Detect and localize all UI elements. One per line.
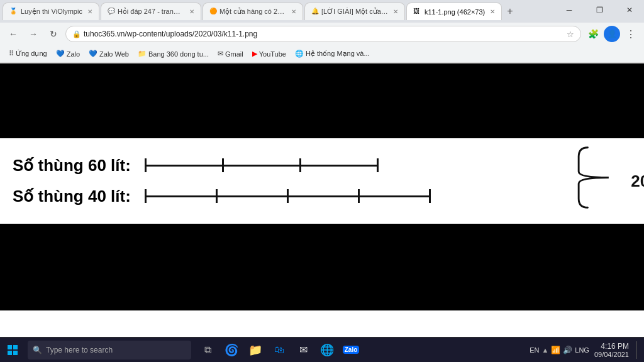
task-view-icon: ⧉ [204, 344, 211, 356]
maximize-button[interactable]: ❐ [585, 0, 614, 20]
tab-png[interactable]: 🖼 k11-1.png (462×73) ✕ [406, 3, 502, 20]
lang-indicator: EN [530, 346, 539, 354]
minimize-button[interactable]: ─ [555, 0, 584, 20]
tab-favicon-5: 🖼 [413, 8, 422, 16]
bookmark-hethong-label: Hệ thống Mạng và... [306, 50, 370, 58]
seg-60-2 [224, 165, 299, 167]
refresh-button[interactable]: ↻ [45, 26, 62, 42]
bookmark-youtube-label: YouTube [259, 50, 286, 58]
star-icon[interactable]: ☆ [567, 30, 574, 39]
tab-label-3: Một cửa hàng có 20 thùng [219, 8, 286, 16]
svg-rect-1 [13, 345, 18, 349]
tab-hoidap[interactable]: 💬 Hỏi đáp 247 - trang tra lời ✕ [101, 3, 201, 20]
zaloweb-icon: 💙 [89, 50, 97, 58]
bookmark-zalo[interactable]: 💙 Zalo [52, 48, 84, 59]
bottom-black-band [0, 224, 644, 299]
tick-60-right [377, 158, 379, 172]
brace-label: 20 th [631, 171, 644, 190]
tab-loigiai[interactable]: 🔔 [LỜI GIẢI] Một cửa hàng có ✕ [304, 3, 405, 20]
seg-60-1 [147, 165, 222, 167]
youtube-icon: ▶ [252, 50, 257, 58]
taskbar-chrome[interactable]: 🌐 [316, 337, 338, 363]
clock-time: 4:16 PM [594, 342, 629, 351]
label-40-lit: Số thùng 40 lít: [13, 187, 145, 206]
lock-icon: 🔒 [72, 30, 81, 38]
tab-viOlympic[interactable]: 🏅 Luyện thi ViOlympic ✕ [3, 3, 99, 20]
tab-close-5[interactable]: ✕ [490, 8, 495, 15]
show-desktop-button[interactable] [636, 341, 639, 359]
taskbar-search-text: Type here to search [46, 346, 113, 354]
browser-chrome: 🏅 Luyện thi ViOlympic ✕ 💬 Hỏi đáp 247 - … [0, 0, 644, 63]
gmail-icon: ✉ [218, 50, 223, 58]
bookmark-gmail[interactable]: ✉ Gmail [214, 48, 247, 59]
tab-label-1: Luyện thi ViOlympic [21, 8, 82, 16]
taskbar-zalo[interactable]: Zalo [340, 337, 362, 363]
taskbar-edge[interactable]: 🌀 [220, 337, 243, 363]
seg-40-4 [360, 195, 429, 197]
volume-icon: 🔊 [563, 346, 572, 354]
tab-close-4[interactable]: ✕ [393, 8, 398, 15]
bang360-icon: 📁 [138, 50, 147, 58]
store-icon: 🛍 [274, 344, 284, 356]
url-display[interactable]: tuhoc365.vn/wp-content/uploads/2020/03/k… [84, 30, 564, 38]
taskbar-store[interactable]: 🛍 [268, 337, 291, 363]
tab-favicon-3: 🟠 [209, 8, 217, 16]
tab-label-4: [LỜI GIẢI] Một cửa hàng có [321, 8, 388, 16]
bookmark-zaloweb-label: Zalo Web [99, 50, 129, 58]
bookmark-bang360[interactable]: 📁 Bang 360 dong tu... [134, 48, 213, 59]
main-content: Số thùng 60 lít: Số thùn [0, 63, 644, 310]
seg-40-2 [218, 195, 287, 197]
taskbar-right: EN ▲ 📶 🔊 LNG 4:16 PM 09/04/2021 [530, 341, 644, 359]
tab-cuahang[interactable]: 🟠 Một cửa hàng có 20 thùng ✕ [203, 3, 303, 20]
seg-40-1 [147, 195, 216, 197]
edge-icon: 🌀 [225, 343, 238, 357]
taskbar-items: ⧉ 🌀 📁 🛍 ✉ 🌐 Zalo [196, 337, 362, 363]
top-black-band [0, 75, 644, 138]
system-tray: EN ▲ 📶 🔊 LNG [530, 346, 589, 354]
taskbar-mail[interactable]: ✉ [292, 337, 314, 363]
tab-favicon-1: 🏅 [9, 8, 18, 16]
seg-60-3 [301, 165, 377, 167]
hethong-icon: 🌐 [295, 50, 304, 58]
tab-favicon-4: 🔔 [311, 8, 319, 16]
close-button[interactable]: ✕ [615, 0, 644, 20]
tab-close-2[interactable]: ✕ [189, 8, 194, 15]
menu-icon[interactable]: ⋮ [623, 26, 639, 42]
bar-60 [145, 158, 379, 172]
network-icon: 📶 [551, 346, 560, 354]
taskbar-task-view[interactable]: ⧉ [196, 337, 219, 363]
lang-code-indicator: LNG [575, 346, 589, 354]
brace-svg [575, 145, 613, 211]
profile-icon[interactable]: 👤 [604, 26, 620, 42]
tab-close-1[interactable]: ✕ [87, 8, 92, 15]
tab-close-3[interactable]: ✕ [291, 8, 296, 15]
taskbar-search-icon: 🔍 [33, 346, 42, 354]
clock-date: 09/04/2021 [594, 351, 629, 358]
tabs-row: 🏅 Luyện thi ViOlympic ✕ 💬 Hỏi đáp 247 - … [0, 0, 555, 20]
taskbar-clock[interactable]: 4:16 PM 09/04/2021 [594, 342, 629, 358]
label-60-lit: Số thùng 60 lít: [13, 156, 145, 175]
svg-rect-3 [13, 351, 18, 355]
bookmark-hethong[interactable]: 🌐 Hệ thống Mạng và... [291, 48, 374, 59]
bookmark-youtube[interactable]: ▶ YouTube [248, 48, 290, 59]
forward-button[interactable]: → [25, 26, 42, 42]
svg-rect-2 [8, 351, 12, 355]
bookmark-zalo-label: Zalo [67, 50, 80, 58]
taskbar-search-bar[interactable]: 🔍 Type here to search [28, 341, 191, 359]
tab-label-2: Hỏi đáp 247 - trang tra lời [118, 8, 184, 16]
start-button[interactable] [0, 337, 25, 363]
bookmark-bang360-label: Bang 360 dong tu... [148, 50, 209, 58]
toolbar-icons: 🧩 👤 ⋮ [585, 26, 639, 42]
apps-icon: ⠿ [9, 50, 14, 58]
bookmark-apps[interactable]: ⠿ Ứng dụng [5, 48, 51, 59]
window-controls: ─ ❐ ✕ [555, 0, 644, 23]
bookmarks-bar: ⠿ Ứng dụng 💙 Zalo 💙 Zalo Web 📁 Bang 360 … [0, 45, 644, 63]
up-arrow-icon[interactable]: ▲ [541, 346, 548, 354]
diagram-row-60: Số thùng 60 lít: [13, 156, 625, 175]
taskbar-explorer[interactable]: 📁 [244, 337, 267, 363]
tab-label-5: k11-1.png (462×73) [425, 8, 485, 16]
back-button[interactable]: ← [5, 26, 21, 42]
new-tab-button[interactable]: + [503, 3, 516, 20]
extensions-icon[interactable]: 🧩 [585, 26, 601, 42]
bookmark-zaloweb[interactable]: 💙 Zalo Web [85, 48, 133, 59]
